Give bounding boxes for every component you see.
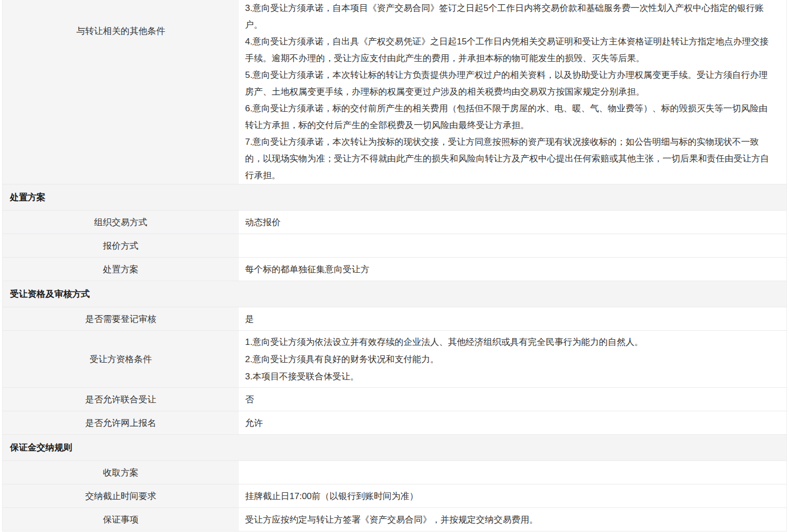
qualification-paragraph: 1.意向受让方须为依法设立并有效存续的企业法人、其他经济组织或具有完全民事行为能…: [245, 333, 776, 351]
row-value: [239, 234, 786, 257]
condition-paragraph: 3.意向受让方须承诺，自本项目《资产交易合同》签订之日起5个工作日内将交易价款和…: [245, 0, 776, 33]
table-row-collection-plan: 收取方案: [3, 461, 786, 484]
table-row-online-registration-allowed: 是否允许网上报名 允许: [3, 411, 786, 435]
qualification-paragraph: 3.本项目不接受联合体受让。: [245, 368, 776, 385]
table-row-trade-organization-method: 组织交易方式 动态报价: [3, 211, 786, 234]
row-label: 报价方式: [3, 234, 239, 257]
row-label: 受让方资格条件: [3, 331, 239, 387]
listing-detail-table: 与转让相关的其他条件 3.意向受让方须承诺，自本项目《资产交易合同》签订之日起5…: [2, 0, 787, 531]
table-row-guarantee-matters: 保证事项 受让方应按约定与转让方签署《资产交易合同》，并按规定交纳交易费用。: [3, 508, 786, 531]
row-value: 动态报价: [239, 211, 786, 234]
row-value: 挂牌截止日17:00前（以银行到账时间为准）: [239, 484, 786, 507]
condition-paragraph: 5.意向受让方须承诺，本次转让标的转让方负责提供办理产权过户的相关资料，以及协助…: [245, 67, 776, 100]
row-label: 组织交易方式: [3, 211, 239, 234]
row-label: 保证事项: [3, 508, 239, 531]
row-value: 1.意向受让方须为依法设立并有效存续的企业法人、其他经济组织或具有完全民事行为能…: [239, 331, 786, 387]
condition-paragraph: 4.意向受让方须承诺，自出具《产权交易凭证》之日起15个工作日内凭相关交易证明和…: [245, 33, 776, 67]
table-row-other-transfer-conditions: 与转让相关的其他条件 3.意向受让方须承诺，自本项目《资产交易合同》签订之日起5…: [3, 0, 786, 184]
qualification-paragraph: 2.意向受让方须具有良好的财务状况和支付能力。: [245, 351, 776, 368]
row-value: 3.意向受让方须承诺，自本项目《资产交易合同》签订之日起5个工作日内将交易价款和…: [239, 0, 786, 184]
section-header-disposal-plan: 处置方案: [3, 184, 786, 211]
table-row-payment-deadline: 交纳截止时间要求 挂牌截止日17:00前（以银行到账时间为准）: [3, 484, 786, 508]
section-header-transferee-qualification: 受让资格及审核方式: [3, 281, 786, 307]
row-value: 否: [239, 388, 786, 411]
table-row-disposal-plan: 处置方案 每个标的都单独征集意向受让方: [3, 258, 786, 281]
row-label: 交纳截止时间要求: [3, 484, 239, 507]
row-value: 允许: [239, 411, 786, 434]
table-row-quote-method: 报价方式: [3, 234, 786, 258]
row-value: [239, 461, 786, 484]
table-row-joint-transfer-allowed: 是否允许联合受让 否: [3, 388, 786, 411]
row-label: 收取方案: [3, 461, 239, 484]
table-row-registration-review-required: 是否需要登记审核 是: [3, 307, 786, 331]
row-value: 是: [239, 307, 786, 330]
table-row-transferee-qualification-conditions: 受让方资格条件 1.意向受让方须为依法设立并有效存续的企业法人、其他经济组织或具…: [3, 331, 786, 388]
listing-detail-page: 与转让相关的其他条件 3.意向受让方须承诺，自本项目《资产交易合同》签订之日起5…: [0, 0, 789, 532]
row-value: 每个标的都单独征集意向受让方: [239, 258, 786, 281]
condition-paragraph: 7.意向受让方须承诺，本次转让为按标的现状交接，受让方同意按照标的资产现有状况接…: [245, 134, 776, 184]
section-header-deposit-payment-rules: 保证金交纳规则: [3, 435, 786, 461]
row-value: 受让方应按约定与转让方签署《资产交易合同》，并按规定交纳交易费用。: [239, 508, 786, 531]
row-label: 是否允许联合受让: [3, 388, 239, 411]
condition-paragraph: 6.意向受让方须承诺，标的交付前所产生的相关费用（包括但不限于房屋的水、电、暖、…: [245, 100, 776, 134]
row-label: 与转让相关的其他条件: [3, 0, 239, 184]
row-label: 处置方案: [3, 258, 239, 281]
row-label: 是否需要登记审核: [3, 307, 239, 330]
row-label: 是否允许网上报名: [3, 411, 239, 434]
